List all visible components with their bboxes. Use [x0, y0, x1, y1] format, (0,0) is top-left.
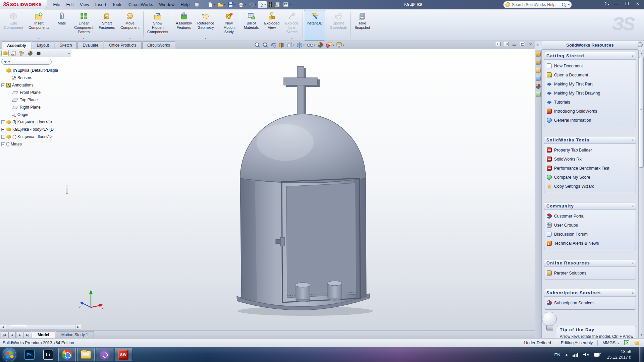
- taskpane-collapse-icon[interactable]: «: [536, 43, 539, 47]
- first-tab-icon[interactable]: |◀: [1, 331, 8, 338]
- link-making-my-first-part[interactable]: Making My First Part: [546, 79, 634, 88]
- link-new-document[interactable]: New Document: [546, 61, 634, 70]
- view-orientation-icon[interactable]: ▾: [286, 42, 294, 48]
- previous-view-icon[interactable]: [270, 42, 276, 48]
- menu-help[interactable]: Help: [177, 1, 193, 8]
- link-property-tab-builder[interactable]: Property Tab Builder: [546, 145, 634, 155]
- tab-assembly[interactable]: Assembly: [2, 41, 31, 49]
- insert-components-dropdown[interactable]: ▾: [38, 37, 40, 40]
- design-library-icon[interactable]: [536, 60, 541, 65]
- last-tab-icon[interactable]: ▶|: [24, 331, 31, 338]
- tree-item-floor[interactable]: (-) Къщичка - floor<1>: [0, 133, 71, 140]
- collapse-section-icon[interactable]: «: [632, 291, 634, 295]
- new-motion-study-button[interactable]: New Motion Study: [219, 10, 239, 41]
- quick-tips-icon[interactable]: [624, 340, 629, 345]
- menu-insert[interactable]: Insert: [92, 1, 109, 8]
- tree-item-body[interactable]: Къщичка - body<1> (D: [0, 126, 71, 133]
- taskbar-photoshop[interactable]: Ps: [21, 348, 38, 361]
- doc-restore-icon[interactable]: [520, 42, 525, 46]
- reference-geometry-dropdown[interactable]: ▾: [205, 37, 206, 40]
- apply-scene-icon[interactable]: ▾: [325, 42, 334, 48]
- configurationmanager-tab-icon[interactable]: [18, 50, 25, 56]
- tab-sketch[interactable]: Sketch: [55, 41, 77, 49]
- tree-item-front-plane[interactable]: Front Plane: [0, 89, 71, 96]
- taskbar-viber[interactable]: [96, 348, 113, 361]
- graphics-area[interactable]: y x z » ▾ Къщичка (Default<Displa Sensor…: [0, 49, 535, 338]
- help-icon[interactable]: ? ▾: [604, 1, 609, 6]
- print-icon[interactable]: ▾: [237, 1, 247, 8]
- model-church-assembly[interactable]: [235, 64, 376, 318]
- mate-button[interactable]: Mate: [52, 10, 71, 41]
- menu-view[interactable]: View: [77, 1, 92, 8]
- take-snapshot-button[interactable]: Take Snapshot: [352, 10, 373, 41]
- tab-model[interactable]: Model: [32, 331, 55, 338]
- tree-item-origin[interactable]: Origin: [0, 111, 71, 118]
- select-cursor-icon[interactable]: ▾: [258, 1, 267, 8]
- prev-tab-icon[interactable]: ◀: [8, 331, 16, 338]
- search-dropdown-icon[interactable]: ▾: [568, 3, 570, 6]
- new-document-icon[interactable]: ▾: [207, 1, 216, 8]
- scroll-right-icon[interactable]: ▶: [75, 324, 81, 329]
- move-component-dropdown[interactable]: ▾: [129, 37, 130, 40]
- expand-icon[interactable]: [1, 120, 5, 124]
- tab-evaluate[interactable]: Evaluate: [77, 41, 103, 49]
- tree-filter[interactable]: ▾: [1, 59, 52, 65]
- menu-edit[interactable]: Edit: [63, 1, 76, 8]
- edit-component-button[interactable]: Edit Component: [1, 10, 26, 41]
- volume-icon[interactable]: [583, 352, 589, 357]
- menu-file[interactable]: File: [50, 1, 63, 8]
- restore-icon[interactable]: ❒: [623, 1, 631, 6]
- link-introducing-solidworks[interactable]: Introducing SolidWorks: [546, 107, 634, 116]
- hidden-icons-chevron[interactable]: ▲: [565, 353, 568, 356]
- feature-tabs-overflow-icon[interactable]: »: [68, 51, 70, 55]
- link-technical-alerts[interactable]: Technical Alerts & News: [546, 239, 634, 248]
- link-customer-portal[interactable]: Customer Portal: [546, 212, 634, 221]
- link-making-my-first-drawing[interactable]: Making My First Drawing: [546, 88, 634, 98]
- tree-item-sensors[interactable]: Sensors: [0, 74, 71, 81]
- linear-component-pattern-dropdown[interactable]: ▾: [83, 37, 85, 40]
- collapse-section-icon[interactable]: «: [632, 138, 634, 142]
- link-subscription-services[interactable]: Subscription Services: [546, 298, 634, 307]
- zoom-to-area-icon[interactable]: [262, 42, 268, 48]
- taskpane-scrollbar[interactable]: ▲ ▼: [638, 50, 644, 338]
- link-tutorials[interactable]: Tutorials: [546, 98, 634, 107]
- search-input[interactable]: [512, 2, 560, 7]
- tree-item-mates[interactable]: Mates: [0, 140, 71, 148]
- propertymanager-tab-icon[interactable]: [10, 50, 17, 56]
- view-palette-icon[interactable]: [536, 76, 541, 81]
- undo-icon[interactable]: ▾: [248, 1, 257, 8]
- menu-tools[interactable]: Tools: [109, 1, 125, 8]
- units-selector[interactable]: MMGS▲: [602, 341, 620, 345]
- save-icon[interactable]: ▾: [227, 1, 236, 8]
- tab-motion-study-1[interactable]: Motion Study 1: [56, 331, 94, 338]
- assembly-features-button[interactable]: Assembly Features: [173, 10, 195, 41]
- scrollbar-thumb[interactable]: [639, 57, 644, 168]
- tree-item-annotations[interactable]: Annotations: [0, 81, 71, 89]
- show-featuremanager-pane-icon[interactable]: [496, 42, 501, 46]
- reference-geometry-button[interactable]: Reference Geometry ▾: [195, 10, 217, 41]
- tab-circuitworks[interactable]: CircuitWorks: [142, 41, 175, 49]
- scroll-up-icon[interactable]: ▲: [639, 51, 644, 56]
- link-compare-my-score[interactable]: Compare My Score: [546, 173, 634, 182]
- scroll-left-icon[interactable]: ◀: [0, 324, 6, 329]
- file-explorer-icon[interactable]: [536, 68, 541, 73]
- tree-item-top-plane[interactable]: Top Plane: [0, 96, 71, 104]
- link-discussion-forum[interactable]: Discussion Forum: [546, 230, 634, 239]
- doc-close-icon[interactable]: [528, 42, 533, 46]
- horizontal-scrollbar[interactable]: ◀ ▶: [0, 324, 81, 330]
- minimize-icon[interactable]: —: [612, 1, 620, 6]
- link-open-a-document[interactable]: Open a Document: [546, 70, 634, 79]
- network-signal-icon[interactable]: [573, 352, 579, 357]
- collapse-section-icon[interactable]: «: [632, 204, 634, 208]
- circuitworks-tab-icon[interactable]: [35, 50, 42, 56]
- expand-icon[interactable]: [1, 83, 5, 87]
- link-performance-benchmark-test[interactable]: Performance Benchmark Test: [546, 164, 634, 173]
- update-speedpak-button[interactable]: Update Speedpak: [327, 10, 350, 41]
- link-general-information[interactable]: General Information: [546, 116, 634, 125]
- clock[interactable]: 18:56 15.12.2017 г.: [607, 349, 631, 360]
- displaymanager-tab-icon[interactable]: [26, 50, 34, 56]
- tree-item-door[interactable]: (f) Къщичка - door<1>: [0, 118, 71, 126]
- edit-appearance-icon[interactable]: [317, 42, 323, 48]
- search-icon[interactable]: [561, 2, 567, 7]
- scroll-down-icon[interactable]: ▼: [639, 333, 644, 338]
